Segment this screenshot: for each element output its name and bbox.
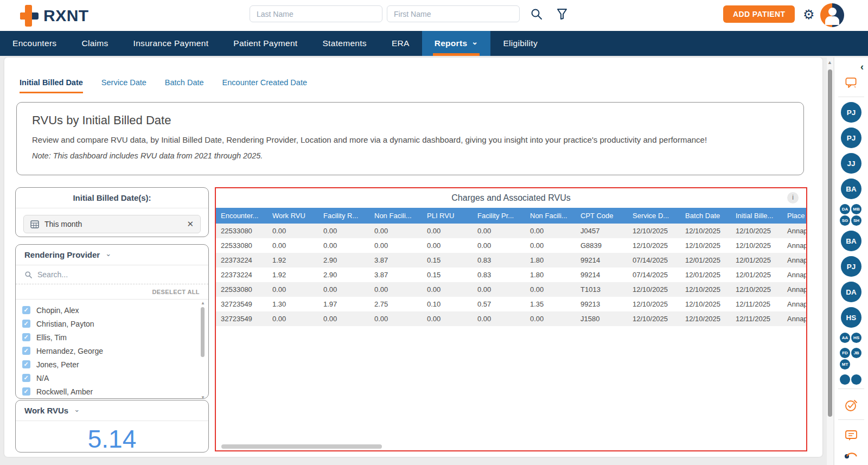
- table-cell: J1580: [576, 311, 628, 326]
- date-filter-panel: Initial Billed Date(s): This month ✕: [15, 187, 209, 237]
- avatar[interactable]: AA: [840, 333, 850, 343]
- add-patient-button[interactable]: ADD PATIENT: [723, 5, 795, 23]
- avatar[interactable]: FD: [840, 348, 850, 358]
- avatar[interactable]: MT: [840, 359, 850, 370]
- scroll-up-icon[interactable]: ▲: [201, 301, 205, 305]
- checkbox-checked-icon[interactable]: [22, 306, 30, 314]
- provider-list-item[interactable]: N/A: [22, 371, 202, 385]
- column-header[interactable]: Initial Bille...: [731, 208, 782, 224]
- avatar[interactable]: MB: [851, 204, 861, 214]
- check-circle-icon[interactable]: [844, 398, 858, 412]
- tab-encounter-created-date[interactable]: Encounter Created Date: [222, 78, 307, 93]
- column-header[interactable]: Batch Date: [680, 208, 731, 224]
- search-icon: [24, 271, 33, 279]
- avatar[interactable]: DA: [840, 204, 850, 214]
- column-header[interactable]: CPT Code: [576, 208, 628, 224]
- horizontal-scrollbar-thumb[interactable]: [221, 444, 382, 449]
- avatar[interactable]: PJ: [841, 256, 861, 277]
- column-header[interactable]: Service D...: [628, 208, 680, 224]
- info-icon[interactable]: i: [787, 192, 799, 203]
- date-range-chip[interactable]: This month ✕: [23, 215, 201, 233]
- provider-list-item[interactable]: Hernandez, George: [22, 344, 202, 358]
- column-header[interactable]: Encounter...: [216, 208, 267, 224]
- avatar[interactable]: JJ: [841, 153, 861, 174]
- table-cell: 2.90: [318, 253, 369, 267]
- chat-bubbles-icon[interactable]: [844, 77, 858, 90]
- column-header[interactable]: Facility R...: [318, 208, 369, 224]
- column-header[interactable]: Non Facili...: [369, 208, 422, 224]
- collapse-chevron-icon[interactable]: ‹: [860, 62, 864, 72]
- avatar[interactable]: DA: [841, 282, 861, 302]
- headset-icon[interactable]: [844, 451, 859, 462]
- checkbox-checked-icon[interactable]: [22, 333, 30, 341]
- search-icon[interactable]: [530, 8, 543, 21]
- table-cell: J0457: [576, 224, 628, 238]
- avatar[interactable]: SG: [840, 215, 850, 226]
- tab-batch-date[interactable]: Batch Date: [165, 78, 204, 93]
- scroll-up-icon[interactable]: ▲: [827, 60, 832, 65]
- checkbox-checked-icon[interactable]: [22, 320, 30, 328]
- table-row[interactable]: 327235490.000.000.000.000.000.00J158012/…: [216, 311, 806, 326]
- checkbox-checked-icon[interactable]: [22, 374, 30, 382]
- scroll-down-icon[interactable]: ▼: [201, 395, 205, 399]
- nav-item-patient-payment[interactable]: Patient Payment: [221, 31, 310, 56]
- provider-list-item[interactable]: Jones, Peter: [22, 358, 202, 371]
- checkbox-checked-icon[interactable]: [22, 347, 30, 355]
- tab-service-date[interactable]: Service Date: [101, 78, 146, 93]
- gear-icon[interactable]: ⚙: [803, 7, 815, 23]
- nav-item-eligibility[interactable]: Eligibility: [490, 31, 550, 56]
- column-header[interactable]: Facility Pr...: [473, 208, 525, 224]
- avatar[interactable]: HS: [841, 307, 861, 328]
- first-name-input[interactable]: [387, 5, 520, 22]
- checkbox-checked-icon[interactable]: [22, 387, 30, 396]
- avatar[interactable]: PJ: [841, 102, 861, 123]
- nav-item-label: Reports: [435, 39, 468, 48]
- table-row[interactable]: 225330800.000.000.000.000.000.00J045712/…: [216, 224, 806, 238]
- avatar[interactable]: SH: [851, 215, 861, 226]
- provider-list-item[interactable]: Rockwell, Amber: [22, 385, 202, 398]
- close-icon[interactable]: ✕: [187, 219, 194, 229]
- rxnt-logo[interactable]: RXNT: [16, 3, 89, 28]
- tab-initial-billed-date[interactable]: Initial Billed Date: [20, 78, 83, 93]
- table-cell: G8839: [576, 238, 628, 253]
- avatar[interactable]: PJ: [841, 128, 861, 148]
- column-header[interactable]: PLI RVU: [422, 208, 473, 224]
- nav-item-claims[interactable]: Claims: [69, 31, 120, 56]
- avatar[interactable]: HS: [851, 333, 861, 343]
- table-row[interactable]: 223732241.922.903.870.150.831.809921407/…: [216, 267, 806, 282]
- deselect-all-button[interactable]: DESELECT ALL: [152, 289, 200, 295]
- table-row[interactable]: 225330800.000.000.000.000.000.00T101312/…: [216, 282, 806, 297]
- last-name-input[interactable]: [250, 5, 382, 22]
- provider-search-input[interactable]: [37, 270, 168, 279]
- table-row[interactable]: 327235491.301.972.750.100.571.359921312/…: [216, 297, 806, 311]
- provider-list-item[interactable]: Chopin, Alex: [22, 303, 202, 317]
- nav-item-insurance-payment[interactable]: Insurance Payment: [121, 31, 221, 56]
- chevron-down-icon[interactable]: ⌄: [74, 405, 80, 413]
- table-cell: 12/10/2025: [731, 224, 782, 238]
- filter-icon[interactable]: [556, 8, 569, 21]
- column-header[interactable]: Non Facili...: [525, 208, 576, 224]
- column-header[interactable]: Work RVU: [267, 208, 318, 224]
- avatar[interactable]: BA: [841, 231, 861, 251]
- chevron-down-icon[interactable]: ⌄: [105, 250, 111, 258]
- table-row[interactable]: 223732241.922.903.870.150.831.809921407/…: [216, 253, 806, 267]
- avatar[interactable]: BA: [841, 179, 861, 199]
- avatar[interactable]: [840, 374, 850, 385]
- message-icon[interactable]: [844, 429, 858, 442]
- table-row[interactable]: 225330800.000.000.000.000.000.00G883912/…: [216, 238, 806, 253]
- provider-list-item[interactable]: Christian, Payton: [22, 317, 202, 330]
- provider-list-item[interactable]: Ellis, Tim: [22, 330, 202, 344]
- user-avatar[interactable]: [820, 3, 844, 27]
- nav-item-reports[interactable]: Reports⌄: [422, 31, 491, 56]
- nav-item-statements[interactable]: Statements: [310, 31, 379, 56]
- nav-item-era[interactable]: ERA: [379, 31, 422, 56]
- avatar[interactable]: JB: [851, 348, 861, 358]
- avatar[interactable]: [851, 374, 861, 385]
- table-body: 225330800.000.000.000.000.000.00J045712/…: [216, 224, 806, 326]
- vertical-scrollbar-thumb[interactable]: [828, 69, 832, 417]
- column-header[interactable]: Place: [782, 208, 826, 224]
- nav-item-encounters[interactable]: Encounters: [0, 31, 69, 56]
- date-panel-title: Initial Billed Date(s):: [16, 188, 208, 208]
- provider-list-scrollbar[interactable]: [201, 307, 205, 357]
- checkbox-checked-icon[interactable]: [22, 360, 30, 368]
